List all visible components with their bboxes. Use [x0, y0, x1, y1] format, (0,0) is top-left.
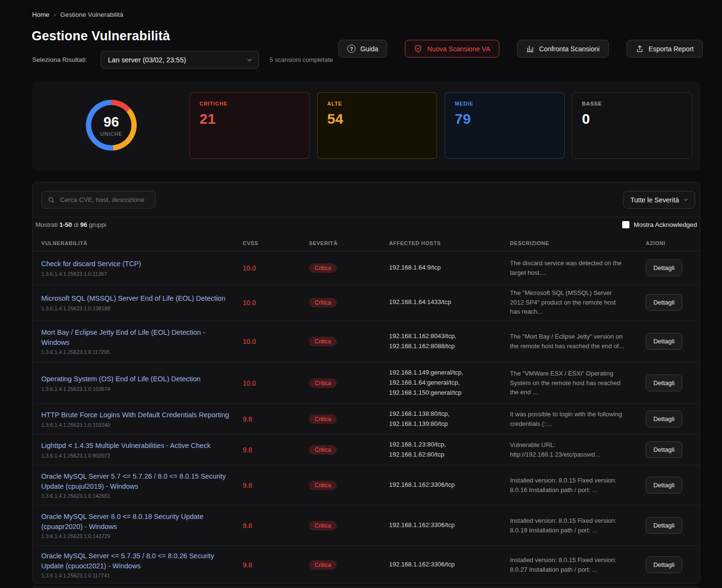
- vulnerability-link[interactable]: Oracle MySQL Server 8.0 <= 8.0.18 Securi…: [41, 512, 243, 532]
- details-button[interactable]: Dettagli: [646, 556, 682, 573]
- scan-count-status: 5 scansioni completate: [270, 56, 333, 63]
- severity-filter-select[interactable]: Tutte le Severità: [623, 191, 695, 209]
- vulnerability-link[interactable]: Oracle MySQL Server <= 5.7.35 / 8.0 <= 8…: [41, 551, 243, 571]
- host-entry: 192.168.1.162:3306/tcp: [389, 560, 510, 570]
- page-title: Gestione Vulnerabilità: [32, 29, 170, 44]
- host-entry: 192.168.1.62:80/tcp: [389, 450, 510, 460]
- severity-cell: Critica: [309, 560, 389, 570]
- scan-result-select[interactable]: Lan server (03/02, 23:55): [101, 51, 259, 69]
- vulnerability-link[interactable]: Mort Bay / Eclipse Jetty End of Life (EO…: [41, 328, 243, 348]
- esporta-report-button-label: Esporta Report: [649, 45, 694, 53]
- column-header-vulnerabilita: VULNERABILITÀ: [41, 240, 243, 246]
- search-input[interactable]: [60, 196, 149, 203]
- vulnerability-cell: Lighttpd < 1.4.35 Multiple Vulnerabiliti…: [41, 441, 243, 458]
- details-button[interactable]: Dettagli: [646, 477, 682, 494]
- vulnerability-oid: 1.3.6.1.4.1.25623.1.0.117741: [41, 573, 243, 578]
- description-cell: Installed version: 8.0.15 Fixed version:…: [510, 516, 646, 535]
- stat-card-critiche-value: 21: [200, 111, 299, 127]
- actions-cell: Dettagli: [646, 259, 700, 276]
- host-entry: 192.168.1.138:80/tcp,: [389, 409, 510, 419]
- vulnerability-cell: HTTP Brute Force Logins With Default Cre…: [41, 410, 243, 427]
- cvss-cell: 9.8: [243, 561, 309, 569]
- severity-badge: Critica: [309, 414, 337, 424]
- vulnerability-oid: 1.3.6.1.4.1.25623.1.0.11367: [41, 271, 243, 277]
- cvss-score: 9.8: [243, 446, 252, 454]
- results-count-text: Mostrati 1-50 di 96 gruppi: [36, 221, 106, 228]
- confronta-scansioni-button[interactable]: Confronta Scansioni: [517, 40, 609, 58]
- details-button[interactable]: Dettagli: [646, 333, 682, 350]
- show-acknowledged-toggle[interactable]: Mostra Acknowledged: [622, 221, 697, 228]
- host-entry: 192.168.1.162:3306/tcp: [389, 520, 510, 530]
- severity-badge: Critica: [309, 378, 337, 388]
- bar-chart-icon: [526, 45, 534, 53]
- scan-selector-label: Seleziona Risultati:: [32, 56, 101, 63]
- actions-cell: Dettagli: [646, 375, 700, 391]
- details-button[interactable]: Dettagli: [646, 411, 682, 427]
- host-entry: 192.168.1.64:general/tcp,: [389, 378, 510, 388]
- table-row: Mort Bay / Eclipse Jetty End of Life (EO…: [33, 320, 700, 363]
- affected-hosts-cell: 192.168.1.149:general/tcp,192.168.1.64:g…: [389, 368, 510, 398]
- breadcrumb-current: Gestione Vulnerabilità: [60, 11, 124, 18]
- pagination-panel-sliver: [32, 586, 700, 588]
- vulnerability-oid: 1.3.6.1.4.1.25623.1.0.103240: [41, 422, 243, 428]
- host-entry: 192.168.1.162:3306/tcp: [389, 480, 510, 490]
- vulnerability-cell: Oracle MySQL Server 5.7 <= 5.7.26 / 8.0 …: [41, 471, 243, 499]
- column-header-azioni: AZIONI: [646, 240, 700, 246]
- summary-stats-panel: 96 UNICHE CRITICHE 21 ALTE 54 MEDIE 79 B…: [32, 82, 700, 171]
- details-button[interactable]: Dettagli: [646, 441, 682, 458]
- actions-cell: Dettagli: [646, 517, 700, 534]
- acknowledged-checkbox[interactable]: [622, 221, 629, 228]
- table-row: Lighttpd < 1.4.35 Multiple Vulnerabiliti…: [33, 435, 700, 465]
- stat-card-basse: BASSE 0: [572, 92, 692, 159]
- vulnerability-cell: Check for discard Service (TCP)1.3.6.1.4…: [41, 259, 243, 276]
- actions-cell: Dettagli: [646, 294, 700, 311]
- search-icon: [47, 196, 55, 204]
- description-cell: It was possible to login with the follow…: [510, 410, 646, 428]
- cvss-cell: 10.0: [243, 298, 309, 307]
- details-button[interactable]: Dettagli: [646, 294, 682, 311]
- shield-check-icon: [414, 45, 422, 53]
- scan-selector-row: Seleziona Risultati: Lan server (03/02, …: [32, 51, 333, 69]
- chevron-down-icon: [683, 197, 689, 203]
- column-header-cvss: CVSS: [243, 240, 309, 246]
- stat-card-basse-value: 0: [582, 111, 682, 127]
- severity-badge: Critica: [309, 298, 337, 307]
- vulnerability-link[interactable]: Microsoft SQL (MSSQL) Server End of Life…: [41, 294, 243, 304]
- severity-cell: Critica: [309, 263, 389, 273]
- affected-hosts-cell: 192.168.1.162:3306/tcp: [389, 560, 510, 570]
- table-row: Microsoft SQL (MSSQL) Server End of Life…: [33, 285, 700, 320]
- breadcrumb-separator: ›: [54, 11, 56, 18]
- vulnerability-link[interactable]: Operating System (OS) End of Life (EOL) …: [41, 374, 243, 384]
- nuova-scansione-button-label: Nuova Scansione VA: [427, 45, 490, 53]
- vulnerability-link[interactable]: HTTP Brute Force Logins With Default Cre…: [41, 410, 243, 420]
- details-button[interactable]: Dettagli: [646, 375, 682, 391]
- table-header-row: VULNERABILITÀ CVSS SEVERITÀ AFFECTED HOS…: [33, 235, 700, 251]
- vulnerability-link[interactable]: Oracle MySQL Server 5.7 <= 5.7.26 / 8.0 …: [41, 471, 243, 492]
- description-cell: Installed version: 8.0.15 Fixed version:…: [510, 555, 646, 574]
- guida-button[interactable]: ? Guida: [338, 40, 387, 58]
- breadcrumb-home-link[interactable]: Home: [32, 11, 49, 18]
- details-button[interactable]: Dettagli: [646, 259, 682, 276]
- description-cell: Vulnerable URL: http://192.168.1.23/etc/…: [510, 440, 646, 459]
- host-entry: 192.168.1.23:80/tcp,: [389, 440, 510, 450]
- vulnerability-link[interactable]: Lighttpd < 1.4.35 Multiple Vulnerabiliti…: [41, 441, 243, 451]
- results-meta-row: Mostrati 1-50 di 96 gruppi Mostra Acknow…: [33, 217, 700, 232]
- nuova-scansione-button[interactable]: Nuova Scansione VA: [405, 40, 499, 58]
- esporta-report-button[interactable]: Esporta Report: [627, 40, 703, 58]
- vulnerability-link[interactable]: Check for discard Service (TCP): [41, 259, 243, 269]
- host-entry: 192.168.1.149:general/tcp,: [389, 368, 510, 378]
- cvss-cell: 10.0: [243, 379, 309, 388]
- cvss-score: 9.8: [243, 522, 252, 529]
- stat-card-medie: MEDIE 79: [445, 92, 565, 159]
- cvss-cell: 9.8: [243, 415, 309, 423]
- header-actions: ? Guida Nuova Scansione VA Confronta Sca…: [338, 40, 703, 58]
- cvss-score: 10.0: [243, 264, 256, 272]
- stat-card-medie-value: 79: [455, 111, 555, 127]
- actions-cell: Dettagli: [646, 477, 700, 494]
- vulnerability-oid: 1.3.6.1.4.1.25623.1.0.143729: [41, 533, 243, 539]
- affected-hosts-cell: 192.168.1.64:9/tcp: [389, 263, 510, 273]
- vulnerability-cell: Microsoft SQL (MSSQL) Server End of Life…: [41, 294, 243, 311]
- details-button[interactable]: Dettagli: [646, 517, 682, 534]
- actions-cell: Dettagli: [646, 411, 700, 427]
- table-row: Oracle MySQL Server 8.0 <= 8.0.18 Securi…: [33, 506, 700, 546]
